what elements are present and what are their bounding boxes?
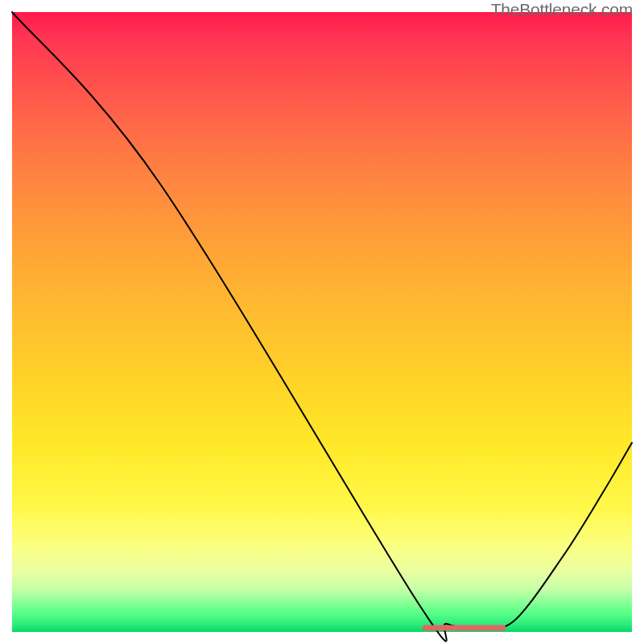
bottleneck-chart: TheBottleneck.com <box>0 0 644 644</box>
gradient-background <box>12 12 632 632</box>
watermark-text: TheBottleneck.com <box>491 0 633 19</box>
